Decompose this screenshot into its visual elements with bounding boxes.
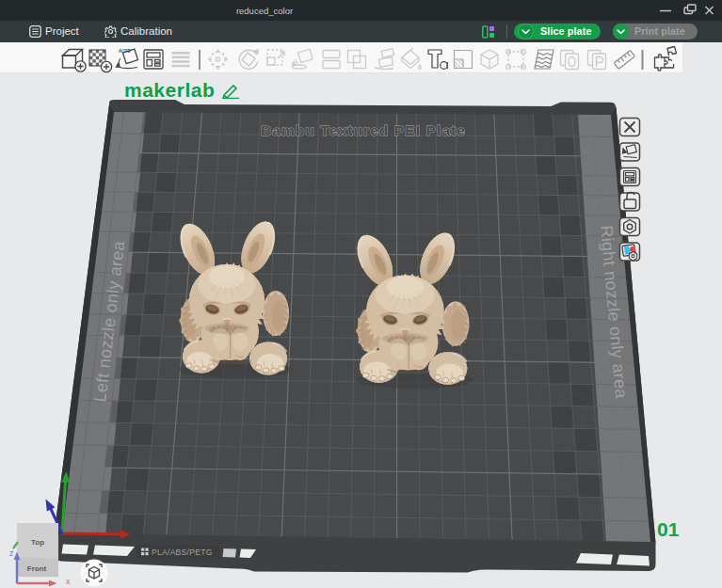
svg-text:AUTO: AUTO [119, 49, 131, 54]
svg-text:z: z [9, 548, 14, 558]
svg-text:01: 01 [657, 518, 680, 540]
svg-text:x: x [66, 577, 71, 586]
svg-text:Top: Top [31, 538, 44, 547]
svg-text:Bambu Textured PEI Plate: Bambu Textured PEI Plate [261, 122, 466, 138]
svg-text:PLA/ABS/PETG: PLA/ABS/PETG [152, 548, 213, 557]
svg-text:Front: Front [27, 564, 47, 573]
